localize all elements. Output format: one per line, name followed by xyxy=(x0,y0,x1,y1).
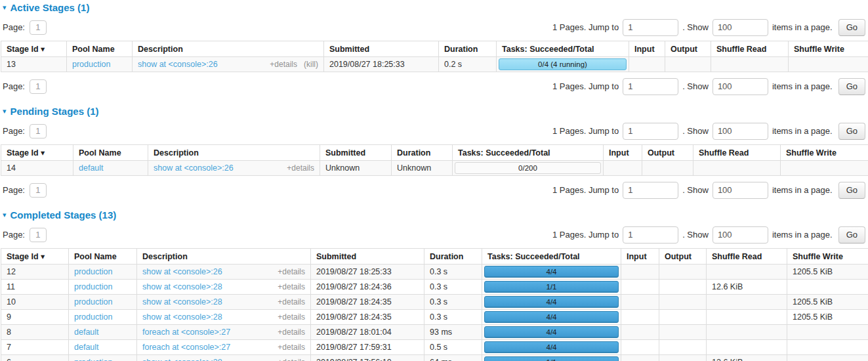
go-button[interactable]: Go xyxy=(838,182,865,199)
column-header-description[interactable]: Description xyxy=(148,145,320,161)
items-per-page-input[interactable] xyxy=(713,123,768,140)
description-link[interactable]: show at <console>:28 xyxy=(142,297,222,307)
page-number-box[interactable]: 1 xyxy=(30,124,47,138)
stage-id-cell: 9 xyxy=(1,310,69,325)
column-header-duration[interactable]: Duration xyxy=(424,249,482,265)
stage-row: 11productionshow at <console>:28+details… xyxy=(1,280,868,295)
description-link[interactable]: show at <console>:26 xyxy=(154,163,234,173)
items-per-page-input[interactable] xyxy=(713,226,768,244)
pagination-controls: 1 Pages. Jump to. Showitems in a page.Go xyxy=(552,123,865,140)
submitted-cell: 2019/08/27 18:24:35 xyxy=(311,295,424,310)
description-link[interactable]: foreach at <console>:27 xyxy=(142,328,230,337)
page-selector: Page:1 xyxy=(3,183,47,198)
column-header-duration[interactable]: Duration xyxy=(439,41,497,57)
description-link[interactable]: foreach at <console>:27 xyxy=(142,343,230,352)
table-header-row: Stage Id ▾Pool NameDescriptionSubmittedD… xyxy=(1,145,868,161)
column-header-shuffle-read[interactable]: Shuffle Read xyxy=(693,145,781,161)
column-header-description[interactable]: Description xyxy=(137,249,311,265)
kill-link[interactable]: (kill) xyxy=(304,60,318,69)
column-header-output[interactable]: Output xyxy=(659,249,707,265)
column-header-pool-name[interactable]: Pool Name xyxy=(73,145,148,161)
page-number-box[interactable]: 1 xyxy=(30,183,47,198)
details-toggle[interactable]: +details xyxy=(287,163,314,173)
items-per-page-input[interactable] xyxy=(713,78,768,95)
details-toggle[interactable]: +details xyxy=(270,60,297,69)
go-button[interactable]: Go xyxy=(838,123,865,140)
column-header-input[interactable]: Input xyxy=(604,145,642,161)
pool-name-link[interactable]: production xyxy=(74,358,112,361)
go-button[interactable]: Go xyxy=(838,226,865,244)
items-per-page-input[interactable] xyxy=(713,182,768,199)
column-header-shuffle-write[interactable]: Shuffle Write xyxy=(789,41,868,57)
pool-name-cell: default xyxy=(69,325,137,340)
pool-name-link[interactable]: production xyxy=(74,312,112,322)
details-toggle[interactable]: +details xyxy=(278,343,305,352)
page-number-box[interactable]: 1 xyxy=(30,20,47,35)
column-header-input[interactable]: Input xyxy=(621,249,659,265)
column-header-tasks[interactable]: Tasks: Succeeded/Total xyxy=(482,249,621,265)
pool-name-link[interactable]: production xyxy=(74,267,112,276)
pool-name-link[interactable]: production xyxy=(74,297,112,307)
column-header-input[interactable]: Input xyxy=(629,41,665,57)
column-header-shuffle-read[interactable]: Shuffle Read xyxy=(707,249,787,265)
jump-to-page-input[interactable] xyxy=(623,226,678,244)
go-button[interactable]: Go xyxy=(838,78,865,95)
column-header-stage-id[interactable]: Stage Id ▾ xyxy=(1,41,67,57)
column-header-submitted[interactable]: Submitted xyxy=(311,249,424,265)
description-link[interactable]: show at <console>:26 xyxy=(138,60,218,69)
description-link[interactable]: show at <console>:28 xyxy=(142,312,222,322)
pool-name-link[interactable]: production xyxy=(72,60,110,69)
jump-to-page-input[interactable] xyxy=(623,78,678,95)
column-header-tasks[interactable]: Tasks: Succeeded/Total xyxy=(497,41,629,57)
jump-to-page-input[interactable] xyxy=(623,123,678,140)
section-heading-pending-stages[interactable]: ▾ Pending Stages (1) xyxy=(3,106,867,117)
details-toggle[interactable]: +details xyxy=(278,312,305,322)
column-header-description[interactable]: Description xyxy=(133,41,324,57)
column-header-output[interactable]: Output xyxy=(642,145,693,161)
column-header-stage-id[interactable]: Stage Id ▾ xyxy=(1,145,73,161)
details-toggle[interactable]: +details xyxy=(278,297,305,307)
shuffle-write-cell: 1205.5 KiB xyxy=(787,265,868,280)
column-header-duration[interactable]: Duration xyxy=(392,145,453,161)
jump-to-page-input[interactable] xyxy=(623,182,678,199)
column-header-submitted[interactable]: Submitted xyxy=(320,145,392,161)
column-header-submitted[interactable]: Submitted xyxy=(324,41,439,57)
tasks-cell: 4/4 xyxy=(482,340,621,355)
pool-name-link[interactable]: production xyxy=(74,282,112,291)
details-toggle[interactable]: +details xyxy=(278,328,305,337)
page-number-box[interactable]: 1 xyxy=(30,228,47,242)
column-header-stage-id[interactable]: Stage Id ▾ xyxy=(1,249,69,265)
pagination-row: Page:11 Pages. Jump to. Showitems in a p… xyxy=(3,181,865,199)
details-toggle[interactable]: +details xyxy=(278,282,305,291)
column-header-pool-name[interactable]: Pool Name xyxy=(67,41,133,57)
pages-jump-text: 1 Pages. Jump to xyxy=(552,230,619,240)
column-header-tasks[interactable]: Tasks: Succeeded/Total xyxy=(453,145,604,161)
section-heading-active-stages[interactable]: ▾ Active Stages (1) xyxy=(3,2,867,13)
page-number-box[interactable]: 1 xyxy=(30,79,47,94)
section-heading-completed-stages[interactable]: ▾ Completed Stages (13) xyxy=(3,209,867,221)
description-cell: show at <console>:28+details xyxy=(137,310,311,325)
description-link[interactable]: show at <console>:26 xyxy=(142,267,222,276)
input-cell xyxy=(621,340,659,355)
column-header-output[interactable]: Output xyxy=(665,41,711,57)
column-header-shuffle-read[interactable]: Shuffle Read xyxy=(711,41,789,57)
stage-row: 6productionshow at <console>:28+details2… xyxy=(1,355,868,361)
items-per-page-input[interactable] xyxy=(713,19,768,36)
pool-name-link[interactable]: default xyxy=(79,163,104,173)
shuffle-write-cell xyxy=(787,325,868,340)
go-button[interactable]: Go xyxy=(838,19,865,36)
column-header-shuffle-write[interactable]: Shuffle Write xyxy=(781,145,868,161)
description-link[interactable]: show at <console>:28 xyxy=(142,282,222,291)
pool-name-link[interactable]: default xyxy=(74,343,99,352)
description-cell: show at <console>:28+details xyxy=(137,355,311,361)
shuffle-write-cell xyxy=(781,161,868,176)
jump-to-page-input[interactable] xyxy=(623,19,678,36)
show-text: . Show xyxy=(682,185,709,195)
details-toggle[interactable]: +details xyxy=(278,267,305,276)
details-toggle[interactable]: +details xyxy=(278,358,305,361)
description-link[interactable]: show at <console>:28 xyxy=(142,358,222,361)
column-header-shuffle-write[interactable]: Shuffle Write xyxy=(787,249,868,265)
column-header-pool-name[interactable]: Pool Name xyxy=(69,249,137,265)
pool-name-link[interactable]: default xyxy=(74,328,99,337)
pagination-controls: 1 Pages. Jump to. Showitems in a page.Go xyxy=(552,226,865,244)
